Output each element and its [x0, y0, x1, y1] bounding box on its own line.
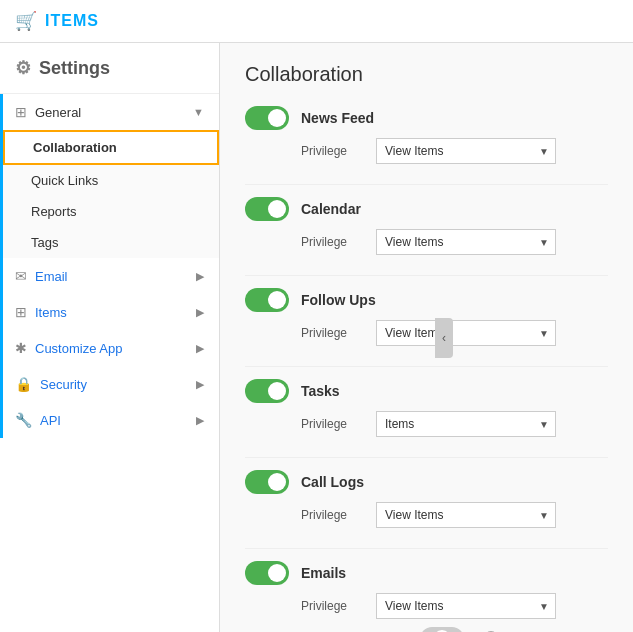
divider-3	[245, 366, 608, 367]
divider-1	[245, 184, 608, 185]
news-feed-privilege-row: Privilege View Items Edit Items No Acces…	[301, 138, 608, 164]
divider-5	[245, 548, 608, 549]
sidebar-collapse-handle[interactable]: ‹	[435, 318, 453, 358]
email-label: Email	[35, 269, 68, 284]
calendar-privilege-select[interactable]: View Items Edit Items No Access	[377, 230, 555, 254]
news-feed-privilege-select-wrapper[interactable]: View Items Edit Items No Access ▼	[376, 138, 556, 164]
emails-toggle-row: Emails	[245, 561, 608, 585]
news-feed-section: News Feed Privilege View Items Edit Item…	[245, 106, 608, 164]
api-left: 🔧 API	[15, 412, 61, 428]
call-logs-privilege-select[interactable]: View Items Edit Items No Access	[377, 503, 555, 527]
emails-label: Emails	[301, 565, 346, 581]
customize-label: Customize App	[35, 341, 122, 356]
api-icon: 🔧	[15, 412, 32, 428]
news-feed-privilege-select[interactable]: View Items Edit Items No Access	[377, 139, 555, 163]
email-left: ✉ Email	[15, 268, 68, 284]
sidebar-item-customize-app[interactable]: ✱ Customize App ▶	[0, 330, 219, 366]
follow-ups-privilege-select[interactable]: View Items Edit Items No Access	[377, 321, 555, 345]
emails-privilege-row: Privilege View Items Edit Items No Acces…	[301, 593, 608, 619]
sidebar: ⚙ Settings ⊞ General ▼ Collaboration Qui…	[0, 43, 220, 632]
calendar-privilege-row: Privilege View Items Edit Items No Acces…	[301, 229, 608, 255]
settings-heading: ⚙ Settings	[0, 43, 219, 94]
tasks-toggle[interactable]	[245, 379, 289, 403]
app-title: ITEMS	[45, 12, 99, 30]
follow-ups-toggle[interactable]	[245, 288, 289, 312]
security-left: 🔒 Security	[15, 376, 87, 392]
follow-ups-label: Follow Ups	[301, 292, 376, 308]
gear-icon: ⚙	[15, 57, 31, 79]
hashtag-toggle[interactable]	[420, 627, 464, 632]
general-icon: ⊞	[15, 104, 27, 120]
news-feed-privilege-label: Privilege	[301, 144, 361, 158]
sidebar-item-reports[interactable]: Reports	[3, 196, 219, 227]
news-feed-toggle-row: News Feed	[245, 106, 608, 130]
calendar-toggle-row: Calendar	[245, 197, 608, 221]
call-logs-privilege-select-wrapper[interactable]: View Items Edit Items No Access ▼	[376, 502, 556, 528]
divider-2	[245, 275, 608, 276]
sidebar-item-security[interactable]: 🔒 Security ▶	[0, 366, 219, 402]
settings-label: Settings	[39, 58, 110, 79]
call-logs-toggle-row: Call Logs	[245, 470, 608, 494]
sidebar-item-api[interactable]: 🔧 API ▶	[0, 402, 219, 438]
call-logs-toggle[interactable]	[245, 470, 289, 494]
emails-privilege-select-wrapper[interactable]: View Items Edit Items No Access ▼	[376, 593, 556, 619]
call-logs-privilege-row: Privilege View Items Edit Items No Acces…	[301, 502, 608, 528]
calendar-section: Calendar Privilege View Items Edit Items…	[245, 197, 608, 255]
items-label: Items	[35, 305, 67, 320]
divider-4	[245, 457, 608, 458]
tasks-privilege-select[interactable]: View Items Items Edit Items No Access	[377, 412, 555, 436]
lock-icon: 🔒	[15, 376, 32, 392]
content-title: Collaboration	[245, 63, 608, 86]
tasks-label: Tasks	[301, 383, 340, 399]
calendar-label: Calendar	[301, 201, 361, 217]
emails-toggle[interactable]	[245, 561, 289, 585]
sidebar-item-email[interactable]: ✉ Email ▶	[0, 258, 219, 294]
emails-section: Emails Privilege View Items Edit Items N…	[245, 561, 608, 632]
chevron-right-icon: ▶	[196, 378, 204, 391]
calendar-privilege-select-wrapper[interactable]: View Items Edit Items No Access ▼	[376, 229, 556, 255]
chevron-down-icon: ▼	[193, 106, 204, 118]
main-layout: ⚙ Settings ⊞ General ▼ Collaboration Qui…	[0, 43, 633, 632]
follow-ups-section: Follow Ups Privilege View Items Edit Ite…	[245, 288, 608, 346]
sidebar-general-label: General	[35, 105, 81, 120]
hashtag-row: Include Hashtag i	[301, 627, 608, 632]
app-header: 🛒 ITEMS	[0, 0, 633, 43]
tasks-section: Tasks Privilege View Items Items Edit It…	[245, 379, 608, 437]
sidebar-item-quick-links[interactable]: Quick Links	[3, 165, 219, 196]
tasks-privilege-select-wrapper[interactable]: View Items Items Edit Items No Access ▼	[376, 411, 556, 437]
sidebar-general-left: ⊞ General	[15, 104, 81, 120]
calendar-privilege-label: Privilege	[301, 235, 361, 249]
emails-privilege-select[interactable]: View Items Edit Items No Access	[377, 594, 555, 618]
email-icon: ✉	[15, 268, 27, 284]
follow-ups-privilege-row: Privilege View Items Edit Items No Acces…	[301, 320, 608, 346]
follow-ups-privilege-select-wrapper[interactable]: View Items Edit Items No Access ▼	[376, 320, 556, 346]
sidebar-general-sub: Collaboration Quick Links Reports Tags	[3, 130, 219, 258]
customize-icon: ✱	[15, 340, 27, 356]
follow-ups-privilege-label: Privilege	[301, 326, 361, 340]
tasks-privilege-row: Privilege View Items Items Edit Items No…	[301, 411, 608, 437]
sidebar-item-general[interactable]: ⊞ General ▼	[3, 94, 219, 130]
news-feed-toggle[interactable]	[245, 106, 289, 130]
emails-privilege-label: Privilege	[301, 599, 361, 613]
cart-icon: 🛒	[15, 10, 37, 32]
sidebar-general-section: ⊞ General ▼ Collaboration Quick Links Re…	[0, 94, 219, 258]
call-logs-label: Call Logs	[301, 474, 364, 490]
api-label: API	[40, 413, 61, 428]
calendar-toggle[interactable]	[245, 197, 289, 221]
tasks-privilege-label: Privilege	[301, 417, 361, 431]
items-left: ⊞ Items	[15, 304, 67, 320]
chevron-right-icon: ▶	[196, 414, 204, 427]
chevron-right-icon: ▶	[196, 306, 204, 319]
items-icon: ⊞	[15, 304, 27, 320]
news-feed-label: News Feed	[301, 110, 374, 126]
sidebar-item-tags[interactable]: Tags	[3, 227, 219, 258]
sidebar-item-items[interactable]: ⊞ Items ▶	[0, 294, 219, 330]
tasks-toggle-row: Tasks	[245, 379, 608, 403]
security-label: Security	[40, 377, 87, 392]
sidebar-item-collaboration[interactable]: Collaboration	[3, 130, 219, 165]
call-logs-section: Call Logs Privilege View Items Edit Item…	[245, 470, 608, 528]
content-area: Collaboration News Feed Privilege View I…	[220, 43, 633, 632]
customize-left: ✱ Customize App	[15, 340, 122, 356]
call-logs-privilege-label: Privilege	[301, 508, 361, 522]
chevron-right-icon: ▶	[196, 342, 204, 355]
